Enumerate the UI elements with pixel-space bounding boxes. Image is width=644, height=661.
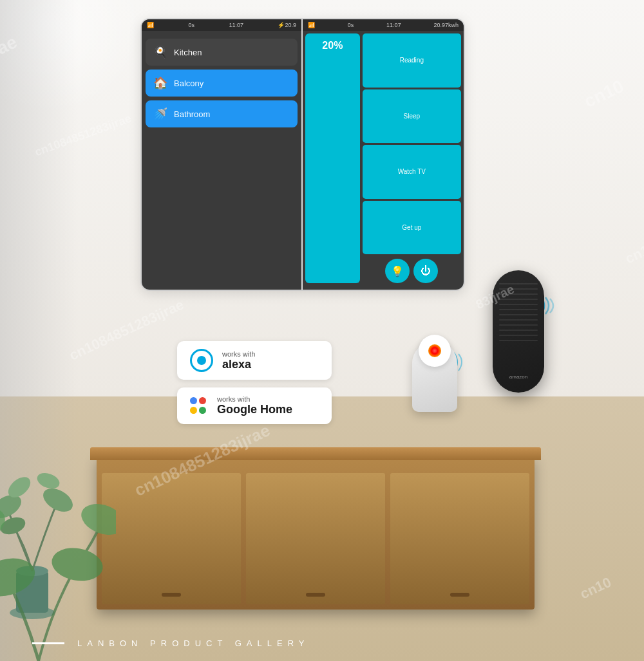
balcony-label: Balcony [174,79,204,88]
speaker-line-3 [499,293,538,295]
left-os-label: 0s [188,22,194,28]
panel-left-screen: 📶 0s 11:07 ⚡20.9 🍳 Kitchen 🏠 Balcony 🚿 B… [142,19,303,290]
drawer-handle-1 [162,593,181,597]
dimmer-bar[interactable]: 20% [305,33,360,283]
right-wifi-icon: 📶 [308,22,315,28]
dresser [97,455,535,610]
dimmer-percent: 20% [322,40,343,51]
google-home-badge: works with Google Home [177,387,332,424]
left-statusbar: 📶 0s 11:07 ⚡20.9 [142,19,301,31]
speaker-line-10 [499,330,538,331]
scene-reading[interactable]: Reading [363,33,461,88]
speaker-line-8 [499,319,538,321]
right-time: 11:07 [386,22,401,28]
scene-buttons: Reading Sleep Watch TV Get up [363,33,461,254]
alexa-body: amazon [493,270,544,393]
dresser-drawers [97,468,535,610]
google-small-text: works with [217,395,292,403]
speaker-line-1 [499,283,538,284]
google-blue-dot [190,397,197,404]
right-os-label: 0s [348,22,354,28]
kitchen-icon: 🍳 [153,45,167,59]
scene-sleep[interactable]: Sleep [363,89,461,144]
google-red-dot [199,397,206,404]
alexa-text-group: works with alexa [222,350,255,371]
bathroom-label: Bathroom [174,109,210,119]
scenes-column: Reading Sleep Watch TV Get up 💡 [363,33,461,283]
google-home-top [419,335,451,367]
badge-container: works with alexa works with Google Home [177,341,332,424]
google-text-group: works with Google Home [217,395,292,416]
right-statusbar: 📶 0s 11:07 20.97kwh [303,19,464,31]
room-bathroom[interactable]: 🚿 Bathroom [146,100,298,127]
room-balcony[interactable]: 🏠 Balcony [146,70,298,97]
balcony-icon: 🏠 [153,76,167,90]
speaker-line-11 [499,335,538,336]
google-yellow-dot [190,407,197,414]
right-content: 20% Reading Sleep Watch TV [303,31,464,286]
bottom-icons: 💡 ⏻ [363,259,461,283]
speaker-line-7 [499,314,538,315]
scene-watch-tv[interactable]: Watch TV [363,145,461,199]
bathroom-icon: 🚿 [153,107,167,121]
bottom-line-decoration [32,642,64,644]
drawer-2 [246,473,385,604]
google-green-dot [199,407,206,414]
svg-point-9 [0,552,39,602]
right-energy: 20.97kwh [433,22,459,28]
alexa-dot [197,356,206,365]
smart-wall-panel: 📶 0s 11:07 ⚡20.9 🍳 Kitchen 🏠 Balcony 🚿 B… [142,19,464,290]
screen-right-display: 📶 0s 11:07 20.97kwh 20% Reading Sleep [303,19,464,290]
svg-point-11 [49,544,105,584]
alexa-circle-icon [190,349,213,372]
google-large-text: Google Home [217,403,292,416]
kitchen-label: Kitchen [174,48,202,57]
panel-right-screen: 📶 0s 11:07 20.97kwh 20% Reading Sleep [303,19,464,290]
google-home-speaker [412,341,457,412]
drawer-handle-2 [306,593,325,597]
left-energy: ⚡20.9 [278,22,296,28]
scene-get-up[interactable]: Get up [363,201,461,255]
alexa-badge: works with alexa [177,341,332,380]
google-dots-icon [190,397,208,415]
amazon-label: amazon [509,374,527,380]
drawer-1 [102,473,241,604]
svg-point-8 [0,500,11,551]
brand-text: LANBON PRODUCT GALLERY [77,638,309,648]
light-icon-btn[interactable]: 💡 [385,259,410,283]
google-home-body [412,341,457,412]
power-icon-btn[interactable]: ⏻ [413,259,438,283]
speaker-line-12 [499,340,538,341]
room-list: 🍳 Kitchen 🏠 Balcony 🚿 Bathroom [142,35,301,131]
speaker-line-4 [499,299,538,300]
speaker-line-6 [499,309,538,310]
bottom-bar: LANBON PRODUCT GALLERY [32,638,309,648]
drawer-3 [390,473,529,604]
google-home-light [428,344,441,357]
speaker-line-9 [499,324,538,326]
dresser-top [90,447,541,460]
left-wifi-icon: 📶 [147,22,154,28]
speaker-lines [499,283,538,341]
room-kitchen[interactable]: 🍳 Kitchen [146,39,298,66]
alexa-large-text: alexa [222,358,255,371]
speaker-line-5 [499,304,538,305]
speaker-line-2 [499,288,538,290]
left-time: 11:07 [229,22,243,28]
drawer-handle-3 [450,593,469,597]
screen-left-display: 📶 0s 11:07 ⚡20.9 🍳 Kitchen 🏠 Balcony 🚿 B… [142,19,301,290]
plant-foreground [0,436,116,661]
alexa-small-text: works with [222,350,255,358]
alexa-speaker: amazon [486,270,551,412]
